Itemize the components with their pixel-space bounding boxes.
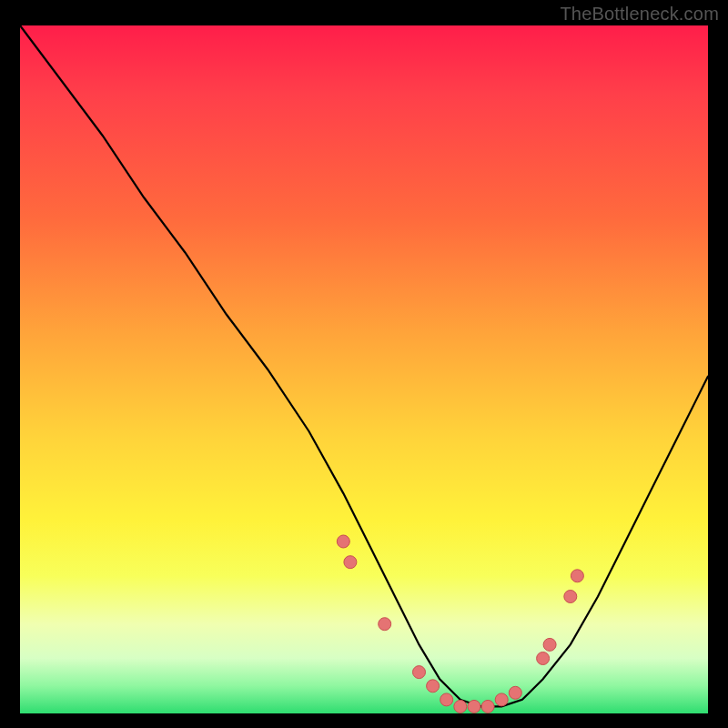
threshold-dot [564,591,577,603]
threshold-dot [509,686,521,699]
bottleneck-curve [20,25,708,706]
threshold-dot [427,680,440,693]
threshold-dot [454,700,467,713]
threshold-dot [481,700,494,713]
threshold-dot [440,693,453,706]
threshold-dot [344,556,357,569]
threshold-dot [543,638,556,651]
threshold-dot [571,570,583,582]
curve-layer [20,25,708,713]
threshold-dot [468,700,480,713]
threshold-dot [495,693,508,706]
threshold-dot [379,618,391,631]
threshold-dot [337,535,349,548]
threshold-markers [337,535,583,713]
watermark-text: TheBottleneck.com [560,4,719,25]
threshold-dot [413,666,426,679]
threshold-dot [537,652,550,665]
chart-frame: TheBottleneck.com [0,0,728,728]
plot-outer [20,25,708,713]
